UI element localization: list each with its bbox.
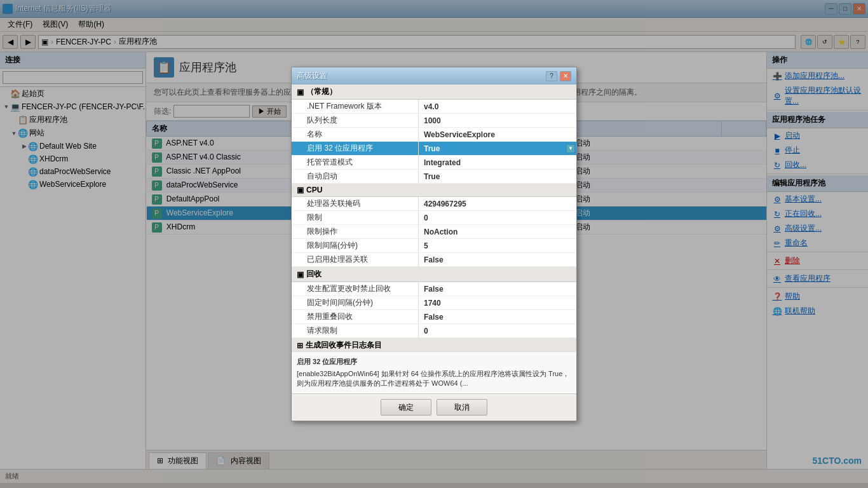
settings-row-autostart: 自动启动 True [292, 170, 576, 184]
settings-val-editable[interactable]: True ▼ [419, 142, 576, 155]
confirm-button[interactable]: 确定 [381, 399, 431, 416]
settings-row-cpu-mask: 处理器关联掩码 4294967295 [292, 197, 576, 211]
settings-row-recycle-req: 请求限制 0 [292, 324, 576, 338]
settings-row-dotnet: .NET Framework 版本 v4.0 [292, 100, 576, 114]
section-events-header[interactable]: ⊞ 生成回收事件日志条目 [292, 338, 576, 351]
settings-key: 已启用处理器关联 [292, 253, 419, 266]
settings-val: False [419, 310, 576, 323]
advanced-settings-dialog: 高级设置 ? ✕ ▣ （常规） .NET Framework 版本 v4.0 队… [291, 67, 577, 421]
settings-row-queue: 队列长度 1000 [292, 114, 576, 128]
settings-row-cpu-action: 限制操作 NoAction [292, 225, 576, 239]
collapse-icon: ▣ [297, 88, 304, 97]
settings-row-32bit[interactable]: 启用 32 位应用程序 True ▼ [292, 142, 576, 156]
settings-key: 名称 [292, 128, 419, 141]
section-label: （常规） [306, 86, 337, 97]
settings-row-cpu-interval: 限制间隔(分钟) 5 [292, 239, 576, 253]
settings-val: 1740 [419, 296, 576, 309]
section-normal-header[interactable]: ▣ （常规） [292, 85, 576, 100]
section-recycle-header[interactable]: ▣ 回收 [292, 267, 576, 282]
settings-val: 0 [419, 211, 576, 224]
dialog-help-button[interactable]: ? [546, 71, 557, 81]
settings-val: NoAction [419, 225, 576, 238]
dialog-desc-text: [enable32BitAppOnWin64] 如果针对 64 位操作系统上的应… [297, 369, 571, 388]
settings-key: 发生配置更改时禁止回收 [292, 282, 419, 295]
settings-row-recycle-interval: 固定时间间隔(分钟) 1740 [292, 296, 576, 310]
dialog-content: ▣ （常规） .NET Framework 版本 v4.0 队列长度 1000 … [292, 85, 576, 393]
dialog-overlay: 高级设置 ? ✕ ▣ （常规） .NET Framework 版本 v4.0 队… [0, 0, 868, 488]
settings-val: True [419, 170, 576, 183]
dialog-close-button[interactable]: ✕ [560, 71, 571, 81]
settings-row-recycle-config: 发生配置更改时禁止回收 False [292, 282, 576, 296]
section-label: 生成回收事件日志条目 [306, 340, 382, 351]
value-text: True [424, 144, 440, 153]
collapse-icon: ▣ [297, 270, 304, 279]
settings-key: 禁用重叠回收 [292, 310, 419, 323]
settings-row-cpu-affinity: 已启用处理器关联 False [292, 253, 576, 267]
settings-key: 限制间隔(分钟) [292, 239, 419, 252]
settings-val: 5 [419, 239, 576, 252]
expand-icon: ⊞ [297, 341, 303, 350]
cancel-button[interactable]: 取消 [437, 399, 487, 416]
settings-val: WebServiceExplore [419, 128, 576, 141]
settings-row-cpu-limit: 限制 0 [292, 211, 576, 225]
dialog-buttons: 确定 取消 [292, 393, 576, 421]
settings-key: 托管管道模式 [292, 156, 419, 169]
settings-key: 请求限制 [292, 324, 419, 337]
collapse-icon: ▣ [297, 186, 304, 194]
dialog-title-bar: 高级设置 ? ✕ [292, 67, 576, 85]
settings-key: 限制操作 [292, 225, 419, 238]
settings-key: 固定时间间隔(分钟) [292, 296, 419, 309]
dialog-description: 启用 32 位应用程序 [enable32BitAppOnWin64] 如果针对… [292, 351, 576, 393]
settings-val: False [419, 282, 576, 295]
settings-row-pipeline: 托管管道模式 Integrated [292, 156, 576, 170]
dialog-title-text: 高级设置 [297, 71, 543, 81]
dropdown-arrow-icon[interactable]: ▼ [566, 144, 575, 153]
settings-key: 队列长度 [292, 114, 419, 127]
settings-val: v4.0 [419, 100, 576, 113]
settings-key: 限制 [292, 211, 419, 224]
settings-val: Integrated [419, 156, 576, 169]
dialog-desc-title: 启用 32 位应用程序 [297, 357, 571, 367]
settings-key: 处理器关联掩码 [292, 197, 419, 210]
settings-val: 1000 [419, 114, 576, 127]
settings-row-name: 名称 WebServiceExplore [292, 128, 576, 142]
dialog-scrollable: ▣ （常规） .NET Framework 版本 v4.0 队列长度 1000 … [292, 85, 576, 351]
settings-val: 0 [419, 324, 576, 337]
section-label: CPU [306, 186, 322, 194]
settings-val: 4294967295 [419, 197, 576, 210]
settings-row-recycle-overlap: 禁用重叠回收 False [292, 310, 576, 324]
section-cpu-header[interactable]: ▣ CPU [292, 184, 576, 197]
settings-key: 自动启动 [292, 170, 419, 183]
settings-val: False [419, 253, 576, 266]
settings-key: 启用 32 位应用程序 [292, 142, 419, 155]
section-label: 回收 [306, 269, 322, 280]
settings-key: .NET Framework 版本 [292, 100, 419, 113]
